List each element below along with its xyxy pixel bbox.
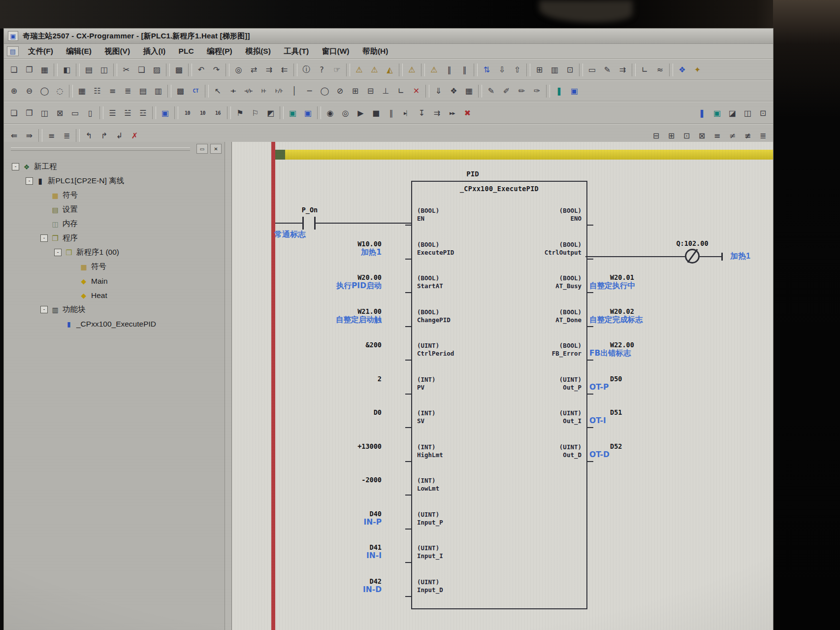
redo-button[interactable]: ↷: [209, 63, 224, 76]
menu-insert[interactable]: 插入(I): [138, 45, 171, 57]
undo-button[interactable]: ↶: [194, 63, 208, 76]
monitor-decimal-button[interactable]: 10: [180, 106, 194, 120]
output-operand[interactable]: [589, 206, 737, 240]
align-5-button[interactable]: ≡: [710, 129, 724, 142]
new-fb-invocation-button[interactable]: ⊥: [379, 84, 393, 98]
monitor-hex-button[interactable]: 16: [211, 106, 225, 120]
fb-input-pin[interactable]: (INT) LowLmt: [417, 477, 454, 511]
panel-restore-icon[interactable]: ▭: [196, 144, 208, 154]
new-contact-button[interactable]: ⊣⊢: [226, 84, 240, 98]
panel-close-icon[interactable]: ✕: [210, 144, 222, 154]
new-instruction-button[interactable]: ⊞: [348, 84, 362, 98]
properties-button[interactable]: ▣: [158, 106, 172, 120]
mnemonic-view-button[interactable]: ▥: [151, 84, 165, 98]
grid-toggle-button[interactable]: ▦: [75, 84, 89, 98]
menu-program[interactable]: 编程(P): [201, 45, 238, 57]
menu-file[interactable]: 文件(F): [23, 45, 59, 57]
go-forward-button[interactable]: ↱: [97, 129, 111, 142]
run-monitor-button[interactable]: ▥: [548, 63, 562, 76]
watch-ct-button[interactable]: CT: [189, 84, 203, 98]
cut-button[interactable]: ✂: [119, 63, 133, 76]
output-operand[interactable]: D51 OT-I: [589, 408, 737, 442]
copy-button[interactable]: ❑: [134, 63, 149, 76]
coil-operand[interactable]: Q:102.00: [659, 239, 725, 247]
menu-simulation[interactable]: 模拟(S): [240, 45, 276, 57]
local-symbols-button[interactable]: ☱: [121, 106, 135, 120]
force-off-button[interactable]: ⚐: [248, 106, 262, 120]
indent-rung-button[interactable]: ⇚: [7, 129, 21, 142]
fb-input-pin[interactable]: (INT) SV: [417, 409, 454, 443]
ladder-editor[interactable]: P_On 常通标志 PID _CPxx100_ExecutePID (BOOL)…: [231, 142, 773, 630]
monitor-data-button[interactable]: ▩: [173, 84, 188, 98]
tree-item-section-main[interactable]: - ◆ Main: [4, 274, 225, 288]
workspace-toggle-button[interactable]: ▭: [68, 106, 82, 120]
new-inverted-instruction-button[interactable]: ⊟: [363, 84, 378, 98]
sim-step-into-button[interactable]: ↧: [415, 106, 429, 120]
new-vertical-button[interactable]: │: [287, 84, 301, 98]
upload-from-plc-button[interactable]: ⇧: [510, 63, 524, 76]
copy-symbol-button[interactable]: ✏: [515, 84, 529, 98]
fb-output-pin[interactable]: (UINT) Out_D: [545, 443, 582, 477]
fb-output-pin[interactable]: (BOOL) CtrlOutput: [545, 241, 582, 275]
child-window-icon[interactable]: ▤: [7, 46, 19, 56]
fb-output-pin[interactable]: (BOOL) ENO: [545, 207, 582, 241]
sim-break-button[interactable]: ✖: [460, 106, 475, 120]
fb-input-pin[interactable]: (INT) PV: [417, 376, 454, 410]
input-operand[interactable]: W10.00 加热1: [275, 240, 382, 274]
fb-instance-button[interactable]: ❚: [695, 106, 709, 120]
save-button[interactable]: ▦: [37, 63, 52, 76]
zoom-in-button[interactable]: ⊕: [7, 84, 21, 98]
fb-output-pin[interactable]: (BOOL) FB_Error: [545, 342, 582, 376]
find-previous-button[interactable]: ⇇: [277, 63, 291, 76]
align-2-button[interactable]: ⊞: [664, 129, 678, 142]
fb-online-button[interactable]: ❖: [675, 63, 689, 76]
new-window-button[interactable]: ❏: [7, 106, 21, 120]
input-operand[interactable]: 2: [275, 375, 382, 409]
tree-item-function-blocks[interactable]: - ▥ 功能块: [4, 302, 225, 317]
find-button[interactable]: ◎: [231, 63, 246, 76]
sim-step-over-button[interactable]: ⇉: [430, 106, 444, 120]
menu-tools[interactable]: 工具(T): [278, 45, 314, 57]
tree-item-programs[interactable]: - ❐ 程序: [4, 231, 225, 245]
watch-sheet-button[interactable]: ▣: [286, 106, 300, 120]
tree-item-fb-executepid[interactable]: - ▮ _CPxx100_ExecutePID: [4, 317, 225, 331]
send-changes-button[interactable]: ⇉: [615, 63, 630, 76]
new-file-button[interactable]: ❏: [7, 63, 21, 76]
fb-input-pin[interactable]: (BOOL) EN: [417, 207, 454, 241]
tree-item-program1[interactable]: - ❒ 新程序1 (00): [4, 245, 225, 260]
force-on-button[interactable]: ⚑: [233, 106, 247, 120]
tree-item-symbols[interactable]: - ▦ 符号: [4, 188, 225, 202]
paste-rung-button[interactable]: ▩: [172, 63, 186, 76]
download-to-plc-button[interactable]: ⇩: [495, 63, 509, 76]
data-trace-button[interactable]: ≈: [653, 63, 667, 76]
fb-protect-button[interactable]: ▣: [710, 106, 724, 120]
fb-input-pin[interactable]: (BOOL) ExecutePID: [417, 241, 454, 275]
sim-pause-button[interactable]: ∥: [384, 106, 398, 120]
tree-expander-icon[interactable]: -: [40, 234, 48, 242]
ladder-view-button[interactable]: ▤: [136, 84, 150, 98]
input-operand[interactable]: D0: [275, 408, 382, 442]
transfer-program-button[interactable]: ⇓: [431, 84, 446, 98]
align-3-button[interactable]: ⊡: [679, 129, 694, 142]
work-online-button[interactable]: ⇅: [480, 63, 494, 76]
fb-input-pin[interactable]: (UINT) Input_P: [417, 511, 454, 545]
insert-symbol-button[interactable]: ✐: [499, 84, 514, 98]
replace-button[interactable]: ⇄: [247, 63, 261, 76]
input-operand[interactable]: D40 IN-P: [275, 510, 382, 544]
output-operand[interactable]: W22.00 FB出错标志: [589, 341, 737, 375]
fb-input-pin[interactable]: (INT) HighLmt: [417, 443, 454, 477]
new-horizontal-button[interactable]: ─: [302, 84, 317, 98]
new-closed-coil-button[interactable]: ⊘: [333, 84, 347, 98]
fb-input-pin[interactable]: (BOOL) ChangePID: [417, 308, 454, 342]
watch-window-button[interactable]: ▣: [567, 84, 582, 98]
align-8-button[interactable]: ≣: [756, 129, 770, 142]
print-preview-button[interactable]: ◫: [97, 63, 111, 76]
new-closed-or-contact-button[interactable]: ⊦/⊦: [272, 84, 286, 98]
input-operand[interactable]: D42 IN-D: [275, 577, 382, 611]
simulator-online-button[interactable]: ◉: [323, 106, 337, 120]
tree-item-program1-symbols[interactable]: - ▦ 符号: [4, 260, 225, 274]
online-edit-button[interactable]: ✎: [600, 63, 614, 76]
zoom-fit-button[interactable]: ◌: [53, 84, 67, 98]
tree-item-section-heat[interactable]: - ◆ Heat: [4, 288, 225, 302]
fb-input-pin[interactable]: (UINT) Input_D: [417, 578, 454, 612]
